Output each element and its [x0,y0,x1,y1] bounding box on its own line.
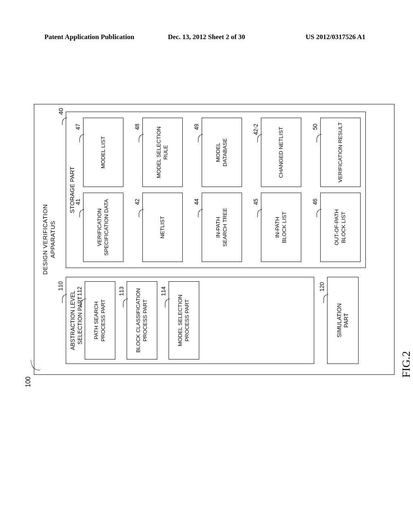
box-45-l2: BLOCK LIST [281,212,287,243]
apparatus-title-line1: DESIGN VERIFICATION [42,204,48,274]
storage-part: STORAGE PART 40 VERIFICATIONSPECIFICATIO… [66,112,366,268]
ref-42-2: 42-2 [252,124,260,135]
box-48-l1: MODEL SELECTION [156,127,162,178]
ref-49-leader [198,134,203,142]
ref-114-leader [165,299,170,308]
block-114-l2: PROCESS PART [184,299,190,342]
ref-48: 48 [134,124,141,130]
page-header: Patent Application Publication Dec. 13, … [0,33,413,41]
ref-100: 100 [25,376,32,387]
box-41-l2: SPECIFICATION DATA [103,199,109,256]
block-110-title: ABSTRACTION LEVEL SELECTION PART [69,291,83,350]
verification-specification-data: VERIFICATIONSPECIFICATION DATA 41 [83,193,123,262]
box-41-l1: VERIFICATION [96,208,102,246]
header-right: US 2012/0317526 A1 [306,33,365,41]
ref-110: 110 [57,281,65,291]
block-112-l2: PROCESS PART [100,299,106,342]
ref-42: 42 [134,199,141,205]
block-120-l1: SIMULATION [336,303,342,338]
left-column: ABSTRACTION LEVEL SELECTION PART 110 PAT… [66,277,359,364]
ref-46: 46 [312,199,319,205]
apparatus-title: DESIGN VERIFICATION APPARATUS [42,204,57,274]
storage-left-col: VERIFICATIONSPECIFICATION DATA 41 NETLIS… [83,193,361,262]
storage-right-col: MODEL LIST 47 MODEL SELECTIONRULE 48 MOD… [83,118,361,187]
simulation-part: SIMULATION PART 120 [327,277,359,364]
ref-100-leader [30,358,40,372]
figure-outer-frame: 100 DESIGN VERIFICATION APPARATUS ABSTRA… [34,104,394,375]
apparatus-title-line2: APPARATUS [49,220,56,258]
block-114-l1: MODEL SELECTION [177,295,183,346]
ref-41-leader [79,209,84,217]
ref-42-leader [139,209,144,217]
ref-49: 49 [193,124,200,130]
block-110-title-l1: ABSTRACTION LEVEL [69,291,76,350]
ref-44-leader [198,209,203,217]
ref-114: 114 [160,287,167,296]
ref-50-leader [317,134,321,142]
box-46-l2: BLOCK LIST [340,212,346,243]
model-selection-process-part: MODEL SELECTION PROCESS PART 114 [169,281,199,360]
ref-48-leader [139,134,144,142]
ref-113-leader [123,299,128,308]
box-44-l2: SEARCH TREE [222,208,228,247]
storage-title: STORAGE PART [69,166,75,213]
abstraction-level-selection-part: ABSTRACTION LEVEL SELECTION PART 110 PAT… [66,277,314,364]
out-of-path-block-list: OUT-OF-PATHBLOCK LIST 46 [320,193,361,262]
figure-content: 100 DESIGN VERIFICATION APPARATUS ABSTRA… [34,104,394,374]
ref-50: 50 [312,124,319,130]
box-45-l1: IN-PATH [274,217,280,238]
model-list: MODEL LIST 47 [83,118,123,187]
header-center: Dec. 13, 2012 Sheet 2 of 30 [168,33,245,41]
in-path-block-list: IN-PATHBLOCK LIST 45 [261,193,301,262]
box-46-l1: OUT-OF-PATH [334,209,340,245]
ref-46-leader [317,209,321,217]
box-49-l2: DATABASE [222,138,228,166]
box-47-l1: MODEL LIST [100,136,106,168]
ref-41: 41 [75,199,82,205]
ref-40-leader [62,118,67,125]
ref-44: 44 [193,199,200,205]
box-42-l1: NETLIST [159,216,165,239]
storage-columns: VERIFICATIONSPECIFICATION DATA 41 NETLIS… [83,118,361,262]
box-44-l1: IN-PATH [215,217,221,238]
header-left: Patent Application Publication [44,33,134,41]
path-search-process-part: PATH SEARCH PROCESS PART 112 [85,281,115,360]
box-50-l1: VERIFICATION RESULT [337,122,343,183]
block-120-l2: PART [343,313,349,328]
block-113-l1: BLOCK CLASSIFICATION [135,288,141,353]
ref-112: 112 [76,287,83,296]
model-database: MODELDATABASE 49 [202,118,242,187]
netlist: NETLIST 42 [142,193,183,262]
box-42-2-l1: CHANGED NETLIST [278,127,284,178]
ref-42-2-leader [257,134,262,142]
ref-45-leader [257,209,262,217]
in-path-search-tree: IN-PATHSEARCH TREE 44 [202,193,242,262]
selection-inner-blocks: PATH SEARCH PROCESS PART 112 BLOCK CLASS… [85,281,199,360]
ref-113: 113 [118,287,125,296]
ref-120: 120 [319,282,326,291]
box-48-l2: RULE [163,145,169,160]
figure-label: FIG.2 [400,351,413,378]
block-112-l1: PATH SEARCH [93,301,99,339]
block-113-l2: PROCESS PART [142,299,148,342]
changed-netlist: CHANGED NETLIST 42-2 [261,118,301,187]
box-49-l1: MODEL [215,143,221,162]
verification-result: VERIFICATION RESULT 50 [320,118,361,187]
ref-120-leader [323,294,328,303]
model-selection-rule: MODEL SELECTIONRULE 48 [142,118,183,187]
ref-47: 47 [75,124,82,130]
ref-47-leader [79,134,84,142]
block-classification-process-part: BLOCK CLASSIFICATION PROCESS PART 113 [127,281,157,360]
ref-110-leader [62,294,67,303]
ref-40: 40 [57,108,64,115]
ref-45: 45 [252,199,260,205]
